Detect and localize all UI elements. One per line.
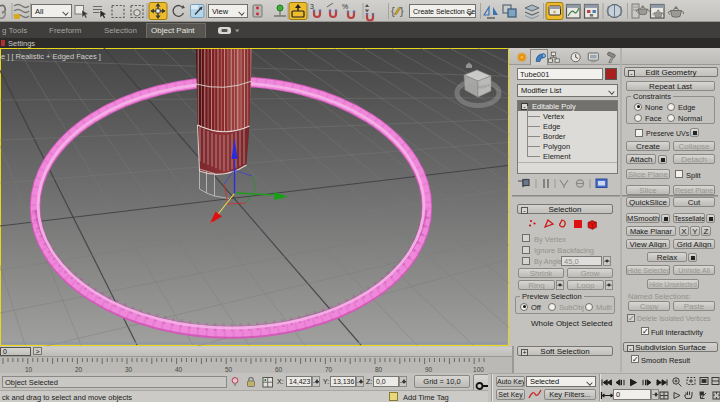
svg-text:3: 3 bbox=[310, 3, 314, 10]
svg-text:}: } bbox=[400, 5, 404, 17]
svg-text:{: { bbox=[391, 5, 395, 17]
svg-text:%: % bbox=[342, 3, 348, 10]
